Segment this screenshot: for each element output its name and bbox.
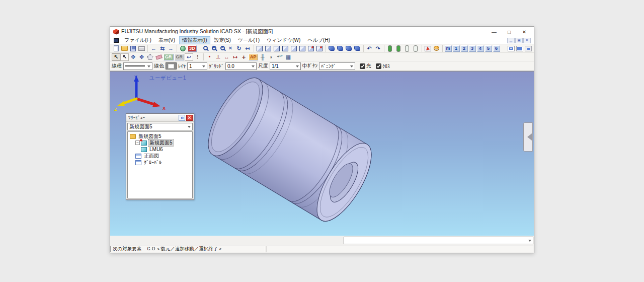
window-1-button[interactable]: 1 (453, 45, 460, 52)
shade-mode-2-icon[interactable] (336, 45, 345, 52)
list-options-icon[interactable]: ⋮ (193, 53, 202, 61)
solid-display-on-1-icon[interactable] (386, 45, 394, 52)
menu-item-7[interactable]: ヘルプ(H) (304, 36, 333, 44)
tree-item[interactable]: −新規図面5 (128, 139, 192, 146)
menu-item-2[interactable]: 表示(V) (155, 36, 178, 44)
view-switch-icon[interactable]: ⇆ (158, 45, 167, 52)
eraser-icon[interactable] (154, 53, 163, 61)
copy-element-icon[interactable]: ✥ (137, 53, 146, 61)
menu-item-6[interactable]: ウィンドウ(W) (264, 36, 303, 44)
document-icon[interactable] (114, 38, 119, 43)
view-cube-top-icon[interactable] (290, 45, 298, 52)
snap-arc-icon[interactable]: ◗ (267, 53, 276, 61)
scale-select[interactable]: 1/1 (270, 62, 301, 70)
zoom-cancel-icon[interactable]: ✕ (226, 45, 235, 52)
viewport-3d[interactable]: Y X Z ユーザビュー1 ﾂﾘｰﾋﾞｭｰ « ✕ 新規図面5 新規図面5−新規… (110, 71, 534, 236)
child-close-button[interactable]: ✕ (523, 38, 531, 43)
layer-select[interactable]: 1 (187, 62, 207, 70)
view-cube-right-icon[interactable] (281, 45, 290, 52)
window-3-button[interactable]: 3 (469, 45, 476, 52)
menu-item-5[interactable]: ツール(T) (235, 36, 263, 44)
view-cube-iso-icon[interactable] (307, 45, 315, 52)
tree-panel-titlebar[interactable]: ﾂﾘｰﾋﾞｭｰ « ✕ (126, 114, 194, 122)
render-icon[interactable] (432, 45, 441, 52)
child-restore-button[interactable]: ▣ (515, 38, 523, 43)
return-icon[interactable]: ↩ (185, 53, 193, 61)
tree-item[interactable]: LMU6 (128, 146, 192, 153)
close-button[interactable]: ✕ (517, 27, 532, 36)
group-on-button[interactable]: GR (164, 54, 174, 60)
snap-ap-button[interactable]: AP (249, 54, 258, 60)
window-float-icon[interactable] (524, 45, 532, 52)
snap-offset-icon[interactable]: ↦ (231, 53, 239, 61)
window-maximize-icon[interactable] (515, 45, 524, 52)
tree-item[interactable]: 新規図面5 (128, 133, 192, 139)
view-cube-bottom-icon[interactable] (298, 45, 307, 52)
polygon-select-icon[interactable] (146, 53, 154, 61)
view-rotate-icon[interactable]: ↻ (235, 45, 244, 52)
tree-drawing-combobox[interactable]: 新規図面5 (127, 123, 193, 130)
view-cube-left-icon[interactable] (273, 45, 281, 52)
view-pan-icon[interactable]: ↤ (244, 45, 252, 52)
snap-middle-icon[interactable]: ↔ (222, 53, 231, 61)
view-cube-custom-icon[interactable] (315, 45, 324, 52)
open-file-icon[interactable] (120, 45, 129, 52)
view-cube-front-icon[interactable] (256, 45, 264, 52)
child-minimize-button[interactable]: ▁ (507, 38, 515, 43)
solid-display-off-2-icon[interactable] (412, 45, 420, 52)
close-icon[interactable]: ✕ (186, 115, 193, 121)
group-off-button[interactable]: GR (175, 54, 185, 60)
middle-button-select[interactable]: ﾊﾟﾆﾝｸﾞ (319, 62, 355, 70)
new-file-icon[interactable] (112, 45, 120, 52)
select-mode-icon[interactable]: ↖ (112, 53, 120, 61)
solid-display-off-1-icon[interactable] (403, 45, 412, 52)
window-m-button[interactable]: m (445, 45, 452, 52)
line-type-select[interactable] (123, 62, 152, 70)
collapse-icon[interactable]: « (179, 115, 185, 121)
menu-item-1[interactable]: ファイル(F) (121, 36, 154, 44)
snap-divide-icon[interactable]: +¹⁰ (276, 53, 284, 61)
panel-flyout-handle[interactable] (523, 122, 533, 152)
redo-icon[interactable]: ↷ (374, 45, 382, 52)
maximize-button[interactable]: □ (502, 27, 517, 36)
menu-item-4[interactable]: 設定(S) (211, 36, 234, 44)
save-file-icon[interactable] (129, 45, 137, 52)
shade-mode-3-icon[interactable] (345, 45, 353, 52)
window-5-button[interactable]: 5 (485, 45, 492, 52)
view-back-icon[interactable]: ← (149, 45, 158, 52)
snap-intersection-icon[interactable]: + (239, 53, 248, 61)
window-tile-icon[interactable] (507, 45, 515, 52)
window-4-button[interactable]: 4 (477, 45, 484, 52)
minimize-button[interactable]: — (487, 27, 502, 36)
view-cube-back-icon[interactable] (264, 45, 273, 52)
pro-3d-icon[interactable]: 3D (188, 45, 197, 52)
window-2-button[interactable]: 2 (461, 45, 468, 52)
highlight-checkbox[interactable]: 光 (360, 62, 371, 69)
command-combobox[interactable] (344, 237, 533, 244)
shade-mode-1-icon[interactable] (328, 45, 336, 52)
tree-item[interactable]: ｸﾞﾛｰﾊﾞﾙ (128, 159, 192, 166)
zoom-in-icon[interactable] (209, 45, 218, 52)
cross-checkbox[interactable]: ｸﾛｽ (376, 63, 390, 69)
window-6-button[interactable]: 6 (493, 45, 500, 52)
shade-mode-4-icon[interactable] (353, 45, 362, 52)
view-forward-icon[interactable]: → (167, 45, 175, 52)
print-icon[interactable] (137, 45, 146, 52)
line-color-swatch[interactable] (166, 62, 177, 69)
undo-icon[interactable]: ↶ (365, 45, 374, 52)
move-element-icon[interactable]: ✥ (129, 53, 137, 61)
snap-free-point-icon[interactable]: • (205, 53, 214, 61)
snap-on-element-icon[interactable]: ⊥ (214, 53, 222, 61)
solid-display-on-2-icon[interactable] (394, 45, 403, 52)
snap-perpendicular-icon[interactable]: ╫ (259, 53, 267, 61)
grid-select[interactable]: 0.0 (225, 62, 257, 70)
zoom-icon[interactable] (201, 45, 209, 52)
snap-grid-icon[interactable]: ▦ (284, 53, 293, 61)
menu-item-3[interactable]: 情報表示(I) (179, 36, 210, 44)
tree-item[interactable]: 正面図 (128, 153, 192, 159)
capture-icon[interactable] (424, 45, 432, 52)
pick-filter-icon[interactable]: ↖ (120, 53, 129, 61)
zoom-out-icon[interactable] (218, 45, 226, 52)
model-manager-icon[interactable] (179, 45, 187, 52)
tree-expander[interactable]: − (135, 140, 140, 145)
